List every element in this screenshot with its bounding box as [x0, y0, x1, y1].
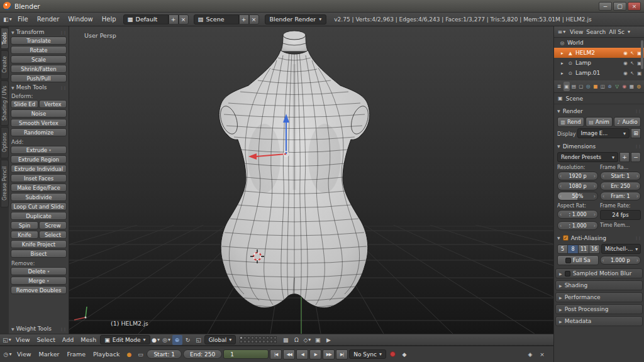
transform-orientation-select[interactable]: Global ▾	[204, 335, 236, 344]
subdivide-button[interactable]: Subdivide	[11, 193, 67, 201]
editor-type-3dview-icon[interactable]: ◱▾	[2, 335, 12, 345]
visibility-eye-icon[interactable]: ◉	[623, 60, 628, 66]
remove-preset-button[interactable]: −	[631, 152, 641, 162]
selectability-arrow-icon[interactable]: ↖	[630, 60, 635, 66]
display-mode-select[interactable]: Image E... ▾	[577, 128, 630, 138]
shrink-fatten-button[interactable]: Shrink/Fatten	[11, 65, 67, 73]
viewport-canvas[interactable]	[69, 26, 553, 334]
vertex-slide-button[interactable]: Vertex	[39, 100, 67, 108]
noise-button[interactable]: Noise	[11, 109, 67, 118]
anti-aliasing-checkbox[interactable]	[563, 235, 569, 241]
aa-samples-11-button[interactable]: 11	[579, 244, 589, 254]
menu-render[interactable]: Render	[33, 16, 64, 23]
lock-icon[interactable]: ▩	[280, 335, 291, 345]
keying-set-icon[interactable]: ◆	[399, 349, 409, 359]
knife-project-button[interactable]: Knife Project	[11, 240, 67, 248]
screw-button[interactable]: Screw	[39, 221, 67, 229]
vp-menu-view[interactable]: View	[13, 336, 33, 343]
maximize-button[interactable]: ▢	[613, 2, 626, 11]
editor-type-properties-icon[interactable]: ≣	[556, 82, 563, 91]
panel-header-sampled-motion-blur[interactable]: Sampled Motion Blur	[555, 268, 643, 278]
frame-start-field[interactable]: Start: 1	[147, 349, 182, 359]
jump-to-start-button[interactable]: |◀	[270, 349, 282, 359]
full-sample-toggle[interactable]: Full Sa	[557, 255, 599, 265]
menu-help[interactable]: Help	[98, 16, 120, 23]
outliner-row-lamp[interactable]: ▸ ⊙ Lamp ◉ ↖ ▣	[554, 58, 644, 68]
smooth-vertex-button[interactable]: Smooth Vertex	[11, 119, 67, 127]
add-layout-button[interactable]: +	[169, 14, 179, 25]
frames-toggle-icon[interactable]: ▭	[135, 349, 145, 359]
screen-layout-field[interactable]: ▦ Default	[123, 14, 169, 25]
vp-menu-select[interactable]: Select	[34, 336, 58, 343]
panel-header-shading[interactable]: Shading	[555, 280, 643, 290]
randomize-button[interactable]: Randomize	[11, 128, 67, 136]
manipulator-translate-icon[interactable]: ⊕	[172, 335, 182, 345]
knife-select-button[interactable]: Select	[39, 231, 67, 239]
viewport-shading-icon[interactable]: ●▾	[151, 335, 161, 345]
remove-doubles-button[interactable]: Remove Doubles	[11, 286, 67, 294]
render-animation-button[interactable]: ▤Anim	[586, 117, 613, 127]
outliner-scrollbar[interactable]	[641, 40, 643, 69]
make-edge-face-button[interactable]: Make Edge/Face	[11, 184, 67, 192]
frame-start-field[interactable]: Start: 1	[600, 172, 641, 180]
tl-menu-marker[interactable]: Marker	[36, 351, 63, 358]
expander-icon[interactable]: ▸	[559, 50, 565, 56]
outliner-menu-view[interactable]: View	[570, 29, 583, 35]
current-frame-field[interactable]: 1	[223, 349, 269, 359]
editor-type-outliner-icon[interactable]: ≡▾	[557, 27, 567, 37]
add-scene-button[interactable]: +	[239, 14, 249, 25]
expander-icon[interactable]: ▸	[559, 60, 565, 66]
loop-cut-button[interactable]: Loop Cut and Slide	[11, 202, 67, 211]
delete-menu-button[interactable]: Delete	[11, 267, 67, 275]
outliner-row-helm2[interactable]: ▸ ▲ HELM2 ◉ ↖ ▣	[554, 48, 644, 58]
render-still-button[interactable]: ▥Rend	[557, 117, 584, 127]
tab-object[interactable]: ■	[592, 82, 599, 91]
resolution-y-field[interactable]: 1080 p	[557, 182, 598, 190]
extrude-button[interactable]: Extrude	[11, 146, 67, 154]
full-sample-checkbox[interactable]	[565, 258, 571, 263]
play-button[interactable]: ▶	[309, 349, 321, 359]
bisect-button[interactable]: Bisect	[11, 250, 67, 258]
delete-layout-button[interactable]: ×	[179, 14, 189, 25]
tab-grease-pencil[interactable]: Grease Pencil	[1, 160, 9, 207]
vp-menu-add[interactable]: Add	[59, 336, 77, 343]
prev-keyframe-button[interactable]: ◀◀	[283, 349, 295, 359]
frame-step-field[interactable]: Fram: 1	[600, 192, 641, 200]
pivot-point-icon[interactable]: ◎▾	[162, 335, 172, 345]
av-sync-select[interactable]: No Sync ▾	[349, 349, 386, 359]
panel-header-anti-aliasing[interactable]: Anti-Aliasing	[555, 233, 643, 243]
tab-modifiers[interactable]: ⊚	[607, 82, 614, 91]
spin-button[interactable]: Spin	[11, 221, 38, 229]
frame-end-field[interactable]: En: 250	[600, 182, 641, 190]
outliner-row-world[interactable]: ◎ World	[554, 38, 644, 48]
tab-render-layers[interactable]: ▤	[570, 82, 577, 91]
delete-keyframe-icon[interactable]: ×	[537, 349, 547, 359]
info-editor-icon[interactable]: ◧▾	[3, 14, 13, 25]
duplicate-button[interactable]: Duplicate	[11, 212, 67, 220]
push-pull-button[interactable]: Push/Pull	[11, 74, 67, 82]
scene-field[interactable]: ▤ Scene	[194, 14, 239, 25]
aspect-y-field[interactable]: : 1.000	[557, 221, 598, 230]
panel-header-performance[interactable]: Performance	[555, 292, 643, 302]
use-preview-range-icon[interactable]: ●	[124, 349, 134, 359]
tab-create[interactable]: Create	[1, 50, 9, 79]
tab-material[interactable]: ◉	[621, 82, 628, 91]
aa-samples-5-button[interactable]: 5	[557, 244, 568, 254]
expander-icon[interactable]: ▸	[559, 70, 565, 76]
mode-select[interactable]: ▣ Edit Mode ▾	[100, 335, 150, 344]
outliner-menu-search[interactable]: Search	[586, 29, 606, 35]
display-extra-icon[interactable]: ⊞	[631, 128, 641, 138]
outliner-scope-select[interactable]: All Sc	[609, 29, 625, 35]
tab-render[interactable]: ▣	[564, 82, 570, 91]
panel-header-dimensions[interactable]: Dimensions	[555, 141, 643, 151]
snap-element-icon[interactable]: ◇▾	[302, 335, 312, 345]
snap-magnet-icon[interactable]: Ω	[291, 335, 301, 345]
minimize-button[interactable]: −	[599, 2, 612, 11]
layers-widget[interactable]	[240, 336, 277, 343]
rotate-button[interactable]: Rotate	[11, 46, 67, 54]
tab-tools[interactable]: Tools	[1, 28, 9, 49]
panel-header-post-processing[interactable]: Post Processing	[555, 304, 643, 314]
panel-header-transform[interactable]: Transform	[11, 28, 67, 36]
frame-end-field[interactable]: End: 250	[183, 349, 222, 359]
tab-world[interactable]: ◎	[585, 82, 592, 91]
